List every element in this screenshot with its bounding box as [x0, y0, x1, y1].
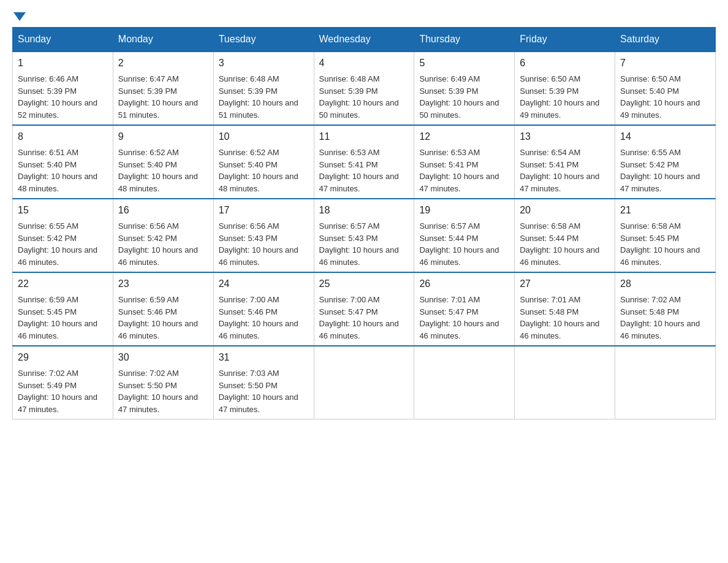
weekday-header-sunday: Sunday [13, 28, 113, 52]
sunrise-text: Sunrise: 7:01 AM [520, 295, 580, 304]
sunrise-text: Sunrise: 6:53 AM [319, 148, 380, 157]
weekday-header-saturday: Saturday [615, 28, 716, 52]
calendar-cell: 23 Sunrise: 6:59 AM Sunset: 5:46 PM Dayl… [113, 272, 213, 346]
daylight-text: Daylight: 10 hours and 46 minutes. [18, 319, 97, 340]
sunrise-text: Sunrise: 6:57 AM [419, 221, 480, 231]
sunset-text: Sunset: 5:40 PM [219, 160, 278, 169]
calendar-cell: 14 Sunrise: 6:55 AM Sunset: 5:42 PM Dayl… [615, 125, 716, 199]
calendar-table: SundayMondayTuesdayWednesdayThursdayFrid… [12, 27, 716, 419]
sunset-text: Sunset: 5:45 PM [18, 307, 77, 316]
calendar-cell: 12 Sunrise: 6:53 AM Sunset: 5:41 PM Dayl… [414, 125, 515, 199]
calendar-cell: 30 Sunrise: 7:02 AM Sunset: 5:50 PM Dayl… [113, 346, 213, 419]
day-number: 30 [118, 350, 208, 365]
sunrise-text: Sunrise: 7:03 AM [219, 369, 279, 378]
day-number: 31 [219, 350, 309, 365]
sunrise-text: Sunrise: 7:01 AM [419, 295, 480, 304]
daylight-text: Daylight: 10 hours and 46 minutes. [319, 319, 399, 340]
sunrise-text: Sunrise: 6:58 AM [520, 221, 580, 231]
calendar-cell: 31 Sunrise: 7:03 AM Sunset: 5:50 PM Dayl… [213, 346, 314, 419]
logo [12, 12, 27, 21]
day-number: 15 [18, 203, 108, 218]
daylight-text: Daylight: 10 hours and 51 minutes. [118, 98, 198, 120]
sunset-text: Sunset: 5:43 PM [219, 234, 278, 243]
sunset-text: Sunset: 5:39 PM [319, 86, 378, 96]
sunset-text: Sunset: 5:42 PM [118, 234, 177, 243]
sunset-text: Sunset: 5:41 PM [419, 160, 478, 169]
day-number: 10 [219, 129, 309, 144]
calendar-cell: 1 Sunrise: 6:46 AM Sunset: 5:39 PM Dayli… [13, 52, 113, 125]
sunrise-text: Sunrise: 6:56 AM [219, 221, 279, 231]
calendar-cell: 16 Sunrise: 6:56 AM Sunset: 5:42 PM Dayl… [113, 199, 213, 272]
sunrise-text: Sunrise: 6:57 AM [319, 221, 380, 231]
daylight-text: Daylight: 10 hours and 47 minutes. [620, 172, 700, 193]
day-number: 29 [18, 350, 108, 365]
sunset-text: Sunset: 5:42 PM [18, 234, 77, 243]
daylight-text: Daylight: 10 hours and 46 minutes. [319, 245, 399, 267]
daylight-text: Daylight: 10 hours and 46 minutes. [118, 319, 198, 340]
sunset-text: Sunset: 5:42 PM [620, 160, 679, 169]
sunset-text: Sunset: 5:43 PM [319, 234, 378, 243]
day-number: 3 [219, 56, 309, 71]
calendar-cell: 8 Sunrise: 6:51 AM Sunset: 5:40 PM Dayli… [13, 125, 113, 199]
calendar-cell: 15 Sunrise: 6:55 AM Sunset: 5:42 PM Dayl… [13, 199, 113, 272]
sunset-text: Sunset: 5:39 PM [520, 86, 578, 96]
daylight-text: Daylight: 10 hours and 46 minutes. [620, 319, 700, 340]
daylight-text: Daylight: 10 hours and 46 minutes. [419, 245, 499, 267]
sunrise-text: Sunrise: 6:50 AM [520, 74, 580, 83]
day-number: 24 [219, 277, 309, 291]
calendar-cell [314, 346, 414, 419]
calendar-week-row: 8 Sunrise: 6:51 AM Sunset: 5:40 PM Dayli… [13, 125, 716, 199]
day-number: 2 [118, 56, 208, 71]
daylight-text: Daylight: 10 hours and 46 minutes. [520, 319, 599, 340]
sunrise-text: Sunrise: 6:51 AM [18, 148, 78, 157]
sunset-text: Sunset: 5:50 PM [118, 381, 177, 390]
page-header [12, 12, 716, 21]
calendar-cell [414, 346, 515, 419]
calendar-cell: 26 Sunrise: 7:01 AM Sunset: 5:47 PM Dayl… [414, 272, 515, 346]
sunset-text: Sunset: 5:39 PM [419, 86, 478, 96]
calendar-cell: 27 Sunrise: 7:01 AM Sunset: 5:48 PM Dayl… [515, 272, 615, 346]
sunset-text: Sunset: 5:47 PM [319, 307, 378, 316]
calendar-cell: 2 Sunrise: 6:47 AM Sunset: 5:39 PM Dayli… [113, 52, 213, 125]
daylight-text: Daylight: 10 hours and 49 minutes. [520, 98, 599, 120]
sunset-text: Sunset: 5:49 PM [18, 381, 77, 390]
day-number: 7 [620, 56, 710, 71]
daylight-text: Daylight: 10 hours and 46 minutes. [419, 319, 499, 340]
weekday-header-friday: Friday [515, 28, 615, 52]
daylight-text: Daylight: 10 hours and 49 minutes. [620, 98, 700, 120]
weekday-header-tuesday: Tuesday [213, 28, 314, 52]
day-number: 8 [18, 129, 108, 144]
day-number: 5 [419, 56, 509, 71]
sunset-text: Sunset: 5:40 PM [118, 160, 177, 169]
calendar-cell: 13 Sunrise: 6:54 AM Sunset: 5:41 PM Dayl… [515, 125, 615, 199]
daylight-text: Daylight: 10 hours and 48 minutes. [118, 172, 198, 193]
sunset-text: Sunset: 5:39 PM [118, 86, 177, 96]
sunrise-text: Sunrise: 6:53 AM [419, 148, 480, 157]
calendar-cell: 19 Sunrise: 6:57 AM Sunset: 5:44 PM Dayl… [414, 199, 515, 272]
day-number: 26 [419, 277, 509, 291]
day-number: 18 [319, 203, 409, 218]
sunrise-text: Sunrise: 6:50 AM [620, 74, 681, 83]
daylight-text: Daylight: 10 hours and 51 minutes. [219, 98, 298, 120]
sunrise-text: Sunrise: 7:02 AM [118, 369, 179, 378]
sunset-text: Sunset: 5:41 PM [319, 160, 378, 169]
day-number: 25 [319, 277, 409, 291]
sunrise-text: Sunrise: 6:49 AM [419, 74, 480, 83]
day-number: 22 [18, 277, 108, 291]
calendar-cell: 7 Sunrise: 6:50 AM Sunset: 5:40 PM Dayli… [615, 52, 716, 125]
day-number: 28 [620, 277, 710, 291]
sunrise-text: Sunrise: 7:02 AM [18, 369, 78, 378]
day-number: 23 [118, 277, 208, 291]
calendar-cell: 22 Sunrise: 6:59 AM Sunset: 5:45 PM Dayl… [13, 272, 113, 346]
sunset-text: Sunset: 5:50 PM [219, 381, 278, 390]
calendar-cell: 9 Sunrise: 6:52 AM Sunset: 5:40 PM Dayli… [113, 125, 213, 199]
weekday-header-wednesday: Wednesday [314, 28, 414, 52]
daylight-text: Daylight: 10 hours and 47 minutes. [18, 393, 97, 414]
calendar-cell: 24 Sunrise: 7:00 AM Sunset: 5:46 PM Dayl… [213, 272, 314, 346]
sunrise-text: Sunrise: 6:54 AM [520, 148, 580, 157]
weekday-header-row: SundayMondayTuesdayWednesdayThursdayFrid… [13, 28, 716, 52]
sunrise-text: Sunrise: 6:55 AM [620, 148, 681, 157]
calendar-cell [615, 346, 716, 419]
sunrise-text: Sunrise: 7:00 AM [219, 295, 279, 304]
calendar-cell: 11 Sunrise: 6:53 AM Sunset: 5:41 PM Dayl… [314, 125, 414, 199]
